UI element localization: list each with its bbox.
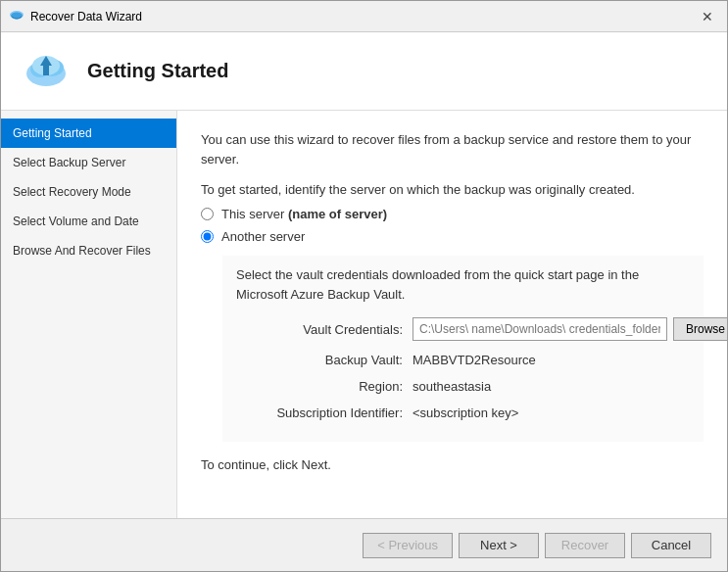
app-icon (9, 9, 24, 24)
footer: < Previous Next > Recover Cancel (1, 518, 727, 571)
previous-button[interactable]: < Previous (363, 533, 453, 558)
vault-credentials-input-row: Browse (413, 317, 727, 341)
page-title: Getting Started (87, 60, 228, 82)
another-server-radio[interactable] (201, 230, 214, 243)
this-server-label: This server (name of server) (221, 207, 387, 221)
server-radio-group: This server (name of server) Another ser… (201, 207, 704, 244)
another-server-option[interactable]: Another server (201, 229, 704, 244)
browse-button[interactable]: Browse (673, 317, 727, 341)
vault-section: Select the vault credentials downloaded … (222, 256, 704, 442)
subscription-label: Subscription Identifier: (236, 405, 403, 420)
next-button[interactable]: Next > (459, 533, 539, 558)
intro-text: You can use this wizard to recover files… (201, 130, 704, 168)
main-content: Getting Started Select Backup Server Sel… (1, 111, 727, 518)
continue-text: To continue, click Next. (201, 457, 704, 472)
recover-button[interactable]: Recover (545, 533, 625, 558)
header-area: Getting Started (1, 32, 727, 111)
region-label: Region: (236, 379, 403, 394)
vault-credentials-label: Vault Credentials: (236, 322, 403, 337)
vault-desc: Select the vault credentials downloaded … (236, 265, 690, 304)
another-server-label: Another server (221, 229, 305, 244)
backup-vault-row: Backup Vault: MABBVTD2Resource (236, 353, 690, 367)
content-area: You can use this wizard to recover files… (177, 111, 727, 518)
backup-vault-label: Backup Vault: (236, 353, 403, 367)
sidebar: Getting Started Select Backup Server Sel… (1, 111, 177, 518)
this-server-option[interactable]: This server (name of server) (201, 207, 704, 221)
sidebar-item-select-volume-date[interactable]: Select Volume and Date (1, 207, 176, 236)
region-row: Region: southeastasia (236, 379, 690, 394)
cancel-button[interactable]: Cancel (631, 533, 711, 558)
close-button[interactable]: ✕ (696, 7, 719, 26)
wizard-icon (21, 46, 72, 97)
window-controls: ✕ (696, 7, 719, 26)
sidebar-item-getting-started[interactable]: Getting Started (1, 119, 176, 148)
sidebar-item-select-recovery-mode[interactable]: Select Recovery Mode (1, 177, 176, 207)
backup-vault-value: MABBVTD2Resource (413, 353, 536, 367)
this-server-radio[interactable] (201, 208, 214, 220)
region-value: southeastasia (413, 379, 491, 394)
wizard-window: Recover Data Wizard ✕ Getting Started Ge… (0, 0, 728, 572)
title-bar: Recover Data Wizard ✕ (1, 1, 727, 32)
svg-point-1 (11, 12, 23, 19)
sidebar-item-browse-recover[interactable]: Browse And Recover Files (1, 236, 176, 265)
subscription-value: <subscription key> (413, 405, 518, 420)
vault-credentials-input[interactable] (413, 317, 667, 341)
sidebar-item-select-backup-server[interactable]: Select Backup Server (1, 148, 176, 177)
window-title: Recover Data Wizard (30, 10, 690, 24)
subscription-row: Subscription Identifier: <subscription k… (236, 405, 690, 420)
identify-text: To get started, identify the server on w… (201, 182, 704, 197)
vault-credentials-row: Vault Credentials: Browse (236, 317, 690, 341)
